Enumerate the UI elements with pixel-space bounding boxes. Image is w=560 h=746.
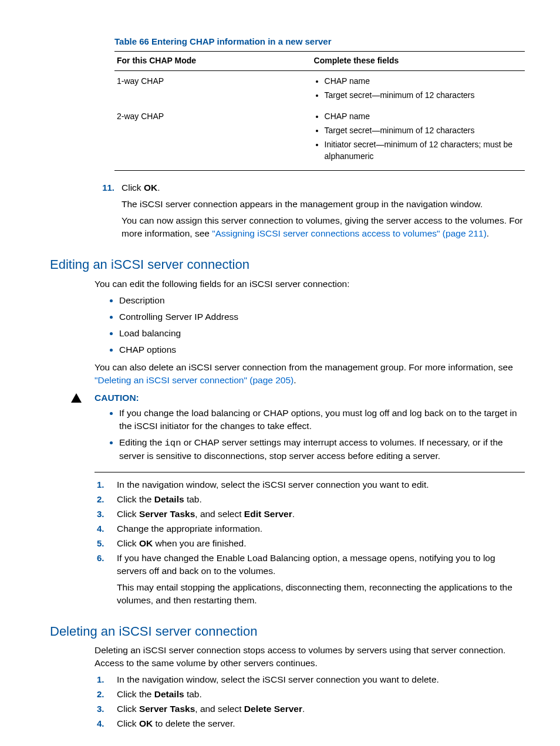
divider <box>95 472 525 472</box>
step-text: Click Server Tasks, and select Delete Se… <box>117 703 525 715</box>
list-item: If you change the load balancing or CHAP… <box>119 407 525 433</box>
caution-label: CAUTION: <box>95 391 525 404</box>
list-item: Target secret—minimum of 12 characters <box>325 90 522 102</box>
table-cell: CHAP name Target secret—minimum of 12 ch… <box>312 71 525 106</box>
step-11: 11. Click OK. The iSCSI server connectio… <box>50 181 525 244</box>
step-number: 5. <box>95 537 117 550</box>
svg-rect-1 <box>76 400 77 401</box>
list-item: Editing the iqn or CHAP server settings … <box>119 436 525 463</box>
step-text: Change the appropriate information. <box>117 522 525 535</box>
caution-block: CAUTION: If you change the load balancin… <box>50 391 525 466</box>
table-header: For this CHAP Mode <box>114 52 312 71</box>
chap-table: For this CHAP Mode Complete these fields… <box>114 51 525 171</box>
svg-rect-0 <box>76 397 77 400</box>
step-text: Click OK to delete the server. <box>117 717 525 730</box>
step-text: In the navigation window, select the iSC… <box>117 478 525 491</box>
step-number: 1. <box>95 478 117 491</box>
list-item: Target secret—minimum of 12 characters <box>325 125 522 137</box>
heading-editing: Editing an iSCSI server connection <box>50 255 525 274</box>
step-number: 3. <box>95 703 117 715</box>
step-number: 6. <box>95 552 117 610</box>
table-cell: 1-way CHAP <box>114 71 312 106</box>
step-text: Click the Details tab. <box>117 688 525 701</box>
step-text: Click Server Tasks, and select Edit Serv… <box>117 508 525 521</box>
list-item: Load balancing <box>119 327 525 340</box>
list-item: CHAP options <box>119 343 525 356</box>
heading-deleting: Deleting an iSCSI server connection <box>50 622 525 640</box>
step-number: 11. <box>95 181 122 244</box>
list-item: CHAP name <box>325 111 522 123</box>
step-number: 4. <box>95 717 117 730</box>
table-cell: 2-way CHAP <box>114 106 312 171</box>
link-assign-iscsi[interactable]: "Assigning iSCSI server connections acce… <box>212 228 487 238</box>
step-number: 2. <box>95 493 117 506</box>
paragraph: Deleting an iSCSI server connection stop… <box>50 644 525 670</box>
table-cell: CHAP name Target secret—minimum of 12 ch… <box>312 106 525 171</box>
step-number: 3. <box>95 508 117 521</box>
step-text: In the navigation window, select the iSC… <box>117 673 525 686</box>
step-text: The iSCSI server connection appears in t… <box>122 198 525 211</box>
paragraph: You can edit the following fields for an… <box>50 278 525 291</box>
caution-icon <box>71 391 95 466</box>
editable-fields-list: Description Controlling Server IP Addres… <box>50 294 525 356</box>
table-header: Complete these fields <box>312 52 525 71</box>
list-item: Controlling Server IP Address <box>119 310 525 323</box>
step-text: If you have changed the Enable Load Bala… <box>117 552 525 610</box>
list-item: Description <box>119 294 525 307</box>
table-row: 2-way CHAP CHAP name Target secret—minim… <box>114 106 525 171</box>
step-number: 4. <box>95 522 117 535</box>
step-number: 2. <box>95 688 117 701</box>
step-text: Click OK. <box>122 181 525 194</box>
step-text: Click the Details tab. <box>117 493 525 506</box>
step-text: You can now assign this server connectio… <box>122 214 525 240</box>
paragraph: You can also delete an iSCSI server conn… <box>50 361 525 387</box>
table-row: 1-way CHAP CHAP name Target secret—minim… <box>114 71 525 106</box>
list-item: Initiator secret—minimum of 12 character… <box>325 139 522 163</box>
step-text: Click OK when you are finished. <box>117 537 525 550</box>
delete-steps: 1.In the navigation window, select the i… <box>50 673 525 730</box>
table-caption: Table 66 Entering CHAP information in a … <box>50 35 525 48</box>
list-item: CHAP name <box>325 76 522 87</box>
edit-steps: 1.In the navigation window, select the i… <box>50 478 525 610</box>
link-deleting-iscsi[interactable]: "Deleting an iSCSI server connection" (p… <box>95 375 294 385</box>
step-number: 1. <box>95 673 117 686</box>
